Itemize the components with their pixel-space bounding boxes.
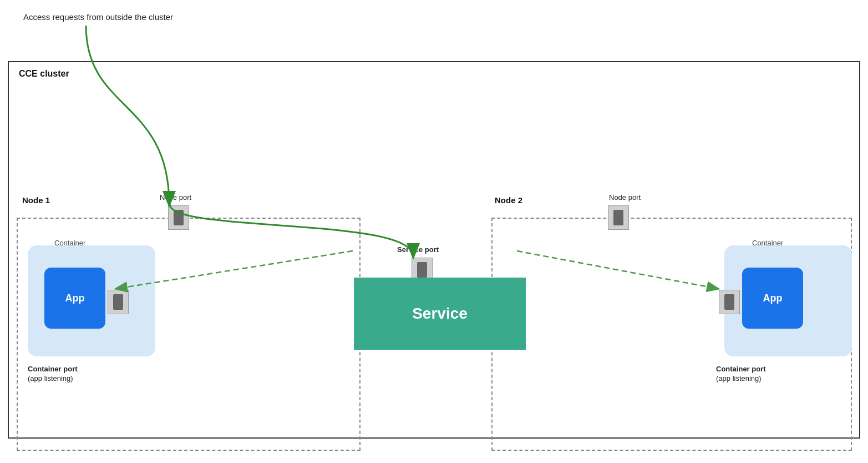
node1-label: Node 1 <box>22 195 50 205</box>
node1-port-label: Node port <box>160 193 191 202</box>
service-box: Service <box>354 278 526 350</box>
app1-button: App <box>44 268 105 329</box>
app2-button: App <box>742 268 803 329</box>
container1-label: Container <box>54 239 85 247</box>
container2-port-label: Container port <box>716 365 766 373</box>
container1-port-label: Container port <box>28 365 78 373</box>
node1-port-icon <box>168 205 189 230</box>
container2-port-sub: (app listening) <box>716 374 762 383</box>
container1-port-icon <box>108 290 129 314</box>
container2-label: Container <box>752 239 783 247</box>
diagram-container: Access requests from outside the cluster… <box>0 0 868 463</box>
cce-cluster-label: CCE cluster <box>19 69 69 79</box>
node2-port-label: Node port <box>609 193 641 202</box>
container2-port-icon <box>719 290 740 314</box>
node2-port-icon <box>608 205 629 230</box>
node2-label: Node 2 <box>495 195 522 205</box>
cce-cluster-box: CCE cluster Node 1 Node 2 Node port Node… <box>8 61 860 439</box>
container1-port-sub: (app listening) <box>28 374 73 383</box>
top-label: Access requests from outside the cluster <box>23 12 173 22</box>
service-port-label: Service port <box>397 245 439 254</box>
